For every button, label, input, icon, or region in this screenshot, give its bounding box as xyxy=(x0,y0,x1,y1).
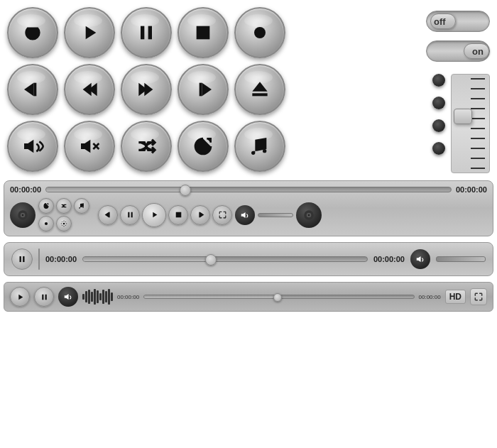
svg-rect-31 xyxy=(175,212,181,218)
stop-button[interactable] xyxy=(178,7,229,58)
dot-4 xyxy=(432,142,445,155)
slider-line xyxy=(471,108,485,109)
skip-back-button[interactable] xyxy=(7,64,58,115)
pause-med-btn[interactable] xyxy=(120,205,140,225)
svg-point-19 xyxy=(263,149,266,153)
volume-icon-sm xyxy=(235,205,255,225)
svg-marker-26 xyxy=(104,212,108,218)
wave-bar xyxy=(94,289,96,305)
toggle-off-label: off xyxy=(434,16,446,27)
wave-bar xyxy=(82,294,84,300)
player1-progress-bar[interactable] xyxy=(45,187,452,192)
player1-time-start: 00:00:00 xyxy=(10,185,41,194)
toggle-on[interactable]: on xyxy=(426,40,490,62)
shuffle-button[interactable] xyxy=(121,121,172,172)
power-button[interactable] xyxy=(7,7,58,58)
svg-marker-30 xyxy=(153,212,157,218)
wave-bar xyxy=(99,293,102,300)
toggle-off-container: off xyxy=(376,11,490,32)
svg-marker-40 xyxy=(417,256,421,262)
skip-forward-button[interactable] xyxy=(178,64,229,115)
eject-button[interactable] xyxy=(234,64,285,115)
player2-progress-thumb[interactable] xyxy=(205,254,217,266)
wave-bar xyxy=(111,293,113,301)
volume-up-button[interactable] xyxy=(7,121,58,172)
stop-med-btn[interactable] xyxy=(168,205,188,225)
play-button[interactable] xyxy=(64,7,115,58)
volume-slider-2[interactable] xyxy=(436,256,486,262)
divider-bar2 xyxy=(38,248,40,270)
repeat-button[interactable] xyxy=(178,121,229,172)
player2-time-start: 00:00:00 xyxy=(45,255,77,263)
svg-point-23 xyxy=(82,207,84,208)
vertical-slider[interactable] xyxy=(451,74,490,173)
pause-button[interactable] xyxy=(121,7,172,58)
pause-bar3-btn[interactable] xyxy=(34,287,54,307)
small-shuffle-btn[interactable] xyxy=(56,198,72,214)
dot-2 xyxy=(432,97,445,109)
player2-time-end: 00:00:00 xyxy=(373,255,405,263)
small-dot-btn[interactable] xyxy=(38,216,54,231)
svg-rect-42 xyxy=(42,294,43,300)
wave-bar xyxy=(91,292,93,302)
pause-btn-bar2[interactable] xyxy=(11,248,33,270)
wave-bar xyxy=(85,291,87,302)
svg-marker-10 xyxy=(144,83,153,97)
skip-fwd-med-btn[interactable] xyxy=(190,205,210,225)
slider-line xyxy=(471,148,485,149)
slider-lines xyxy=(471,78,485,169)
svg-marker-5 xyxy=(24,83,33,97)
player3-progress-thumb[interactable] xyxy=(273,293,282,302)
toggle-off[interactable]: off xyxy=(426,11,490,32)
svg-rect-6 xyxy=(33,83,36,97)
record-button[interactable] xyxy=(234,7,285,58)
player2-progress-bar[interactable] xyxy=(82,256,368,262)
svg-rect-14 xyxy=(252,93,267,96)
toggle-on-label: on xyxy=(472,46,484,57)
volume-slider-1[interactable] xyxy=(258,213,293,217)
small-music-btn[interactable] xyxy=(74,198,89,214)
slider-line xyxy=(471,158,485,159)
expand-btn-bar3[interactable] xyxy=(470,288,487,305)
player1-progress-thumb[interactable] xyxy=(180,185,191,196)
svg-point-24 xyxy=(45,222,48,225)
svg-rect-43 xyxy=(45,294,46,300)
mute-button[interactable] xyxy=(64,121,115,172)
svg-rect-28 xyxy=(128,212,129,218)
small-gear-btn[interactable] xyxy=(56,216,72,231)
player3-time-start: 00:00:00 xyxy=(117,294,139,300)
slider-line xyxy=(471,98,485,99)
svg-rect-38 xyxy=(20,256,21,262)
waveform xyxy=(82,288,113,305)
svg-point-4 xyxy=(254,27,266,38)
rewind-button[interactable] xyxy=(64,64,115,115)
svg-point-25 xyxy=(63,223,65,225)
left-speaker-icon xyxy=(10,202,36,228)
svg-rect-3 xyxy=(197,26,210,40)
fullscreen-btn[interactable] xyxy=(212,205,232,225)
play-bar3-btn[interactable] xyxy=(10,287,30,307)
fast-forward-button[interactable] xyxy=(121,64,172,115)
wave-bar xyxy=(97,290,99,303)
right-controls: off on xyxy=(376,7,490,173)
player-bar-1: 00:00:00 00:00:00 xyxy=(4,180,493,236)
slider-line xyxy=(471,168,485,169)
player-bar-3: 00:00:00 00:00:00 HD xyxy=(4,282,493,312)
music-note-button[interactable] xyxy=(234,121,285,172)
play-med-btn[interactable] xyxy=(142,203,166,227)
player-bar-2: 00:00:00 00:00:00 xyxy=(4,242,493,276)
svg-marker-15 xyxy=(24,140,33,153)
players-section: 00:00:00 00:00:00 xyxy=(0,180,497,312)
hd-badge: HD xyxy=(445,290,466,304)
player3-progress-bar[interactable] xyxy=(143,295,414,299)
progress-row-1: 00:00:00 00:00:00 xyxy=(10,185,487,194)
player2-progress-fill xyxy=(83,257,211,261)
button-row-2 xyxy=(7,64,369,115)
slider-line xyxy=(471,88,485,89)
svg-marker-16 xyxy=(81,140,90,153)
svg-rect-12 xyxy=(200,83,202,97)
player3-time-end: 00:00:00 xyxy=(419,294,441,300)
small-refresh-btn[interactable] xyxy=(38,198,54,214)
slider-handle[interactable] xyxy=(454,109,472,124)
skip-back-med-btn[interactable] xyxy=(98,205,118,225)
